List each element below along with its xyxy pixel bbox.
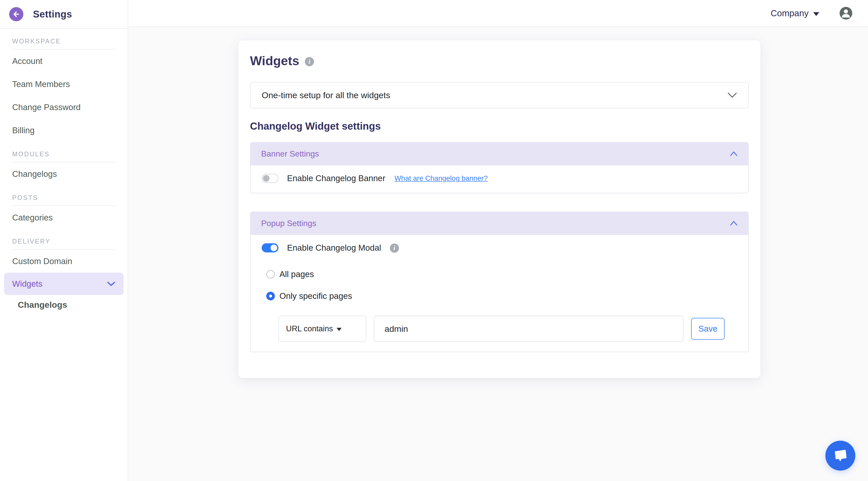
user-avatar[interactable] [840, 7, 852, 20]
sidebar-item-changelogs[interactable]: Changelogs [0, 162, 128, 186]
pages-radio-group: All pages Only specific pages [266, 269, 737, 301]
banner-settings-header[interactable]: Banner Settings [250, 142, 749, 165]
chevron-up-icon [730, 151, 738, 156]
widget-setup-select[interactable]: One-time setup for all the widgets [250, 82, 749, 108]
url-condition-select[interactable]: URL contains [278, 316, 366, 342]
section-label-posts: POSTS [12, 194, 116, 201]
banner-settings-label: Banner Settings [261, 149, 319, 159]
sidebar-item-team-members[interactable]: Team Members [0, 72, 128, 96]
sidebar-item-change-password[interactable]: Change Password [0, 96, 128, 119]
changelog-widget-settings-heading: Changelog Widget settings [250, 121, 749, 132]
caret-down-icon [813, 12, 819, 16]
all-pages-radio[interactable] [266, 270, 275, 279]
sidebar-item-custom-domain[interactable]: Custom Domain [0, 250, 128, 273]
section-label-modules: MODULES [12, 151, 116, 158]
sidebar-header: Settings [0, 0, 128, 29]
card-title: Widgets [250, 54, 299, 68]
sidebar-item-widgets-changelogs[interactable]: Changelogs [0, 295, 128, 314]
sidebar-item-billing[interactable]: Billing [0, 119, 128, 142]
page-title: Settings [33, 9, 72, 20]
only-specific-pages-label: Only specific pages [279, 291, 352, 301]
back-button[interactable] [9, 7, 23, 21]
company-dropdown[interactable]: Company [771, 8, 819, 18]
all-pages-label: All pages [279, 269, 314, 279]
popup-settings-label: Popup Settings [261, 219, 316, 228]
what-are-changelog-banner-link[interactable]: What are Changelog banner? [394, 174, 488, 183]
enable-changelog-banner-label: Enable Changelog Banner [287, 173, 385, 183]
url-filter-row: URL contains Save [278, 316, 737, 342]
chevron-down-icon [727, 92, 737, 98]
info-icon[interactable]: i [390, 244, 399, 253]
only-specific-pages-radio[interactable] [266, 292, 275, 300]
section-label-delivery: DELIVERY [12, 238, 116, 245]
popup-settings-header[interactable]: Popup Settings [250, 212, 749, 235]
chevron-down-icon [107, 281, 116, 287]
section-label-workspace: WORKSPACE [12, 37, 116, 45]
banner-settings-section: Banner Settings Enable Changelog Banner … [250, 142, 749, 193]
chat-widget-button[interactable] [825, 441, 855, 471]
only-specific-pages-radio-row[interactable]: Only specific pages [266, 291, 737, 301]
widget-setup-select-value: One-time setup for all the widgets [262, 90, 390, 100]
save-button[interactable]: Save [691, 318, 724, 340]
sidebar-item-account[interactable]: Account [0, 50, 128, 72]
caret-down-icon [337, 328, 342, 331]
company-label: Company [771, 8, 809, 18]
person-icon [840, 7, 852, 20]
toggle-knob [271, 245, 277, 251]
popup-settings-body: Enable Changelog Modal i All pages Only … [250, 235, 749, 352]
enable-changelog-modal-label: Enable Changelog Modal [287, 243, 381, 253]
toggle-knob [263, 175, 270, 182]
sidebar-item-widgets[interactable]: Widgets [4, 273, 124, 295]
info-icon[interactable]: i [305, 57, 314, 66]
url-condition-value: URL contains [286, 324, 333, 333]
sidebar-item-categories[interactable]: Categories [0, 206, 128, 229]
enable-changelog-banner-toggle[interactable] [262, 174, 278, 183]
arrow-left-icon [12, 10, 20, 18]
sidebar-item-label: Widgets [12, 279, 42, 289]
settings-sidebar: Settings WORKSPACE Account Team Members … [0, 0, 128, 481]
enable-changelog-modal-toggle[interactable] [262, 243, 278, 252]
all-pages-radio-row[interactable]: All pages [266, 269, 737, 279]
widgets-settings-card: Widgets i One-time setup for all the wid… [238, 40, 761, 378]
url-value-input[interactable] [374, 316, 683, 342]
chat-bubble-icon [833, 448, 848, 463]
topbar: Company [128, 0, 868, 27]
popup-settings-section: Popup Settings Enable Changelog Modal i … [250, 212, 749, 352]
chevron-up-icon [730, 221, 738, 226]
banner-settings-body: Enable Changelog Banner What are Changel… [250, 165, 749, 193]
